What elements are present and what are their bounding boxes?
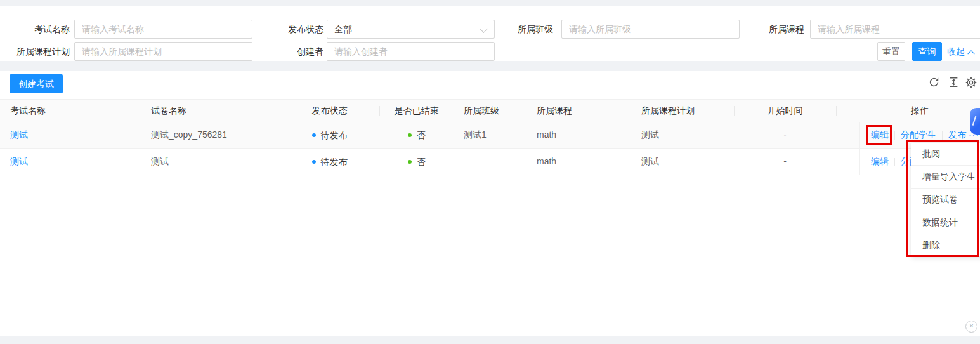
settings-icon[interactable] — [965, 77, 977, 90]
exam-name-input[interactable] — [74, 20, 252, 39]
action-separator — [894, 131, 895, 140]
column-height-icon[interactable] — [948, 77, 959, 89]
edit-link[interactable]: 编辑 — [871, 129, 889, 140]
close-float-button[interactable]: × — [965, 321, 977, 333]
status-dot-green — [408, 160, 412, 164]
cell-is-ended: 否 — [379, 149, 454, 175]
course-plan-label: 所属课程计划 — [0, 42, 70, 61]
exam-name-label: 考试名称 — [0, 20, 70, 39]
status-dot-green — [408, 133, 412, 137]
header-divider — [836, 106, 837, 116]
col-start-time[interactable]: 开始时间 — [734, 100, 836, 122]
cell-paper-name: 测试 — [151, 149, 169, 175]
reset-button[interactable]: 重置 — [877, 42, 905, 61]
col-actions: 操作 — [859, 100, 980, 122]
col-publish-status[interactable]: 发布状态 — [280, 100, 379, 122]
publish-status-label: 发布状态 — [241, 20, 323, 39]
header-divider — [734, 106, 735, 116]
dropdown-item-import-students[interactable]: 增量导入学生 — [911, 166, 980, 189]
publish-status-select[interactable]: 全部 — [327, 20, 495, 39]
table-header: 考试名称 试卷名称 发布状态 是否已结束 所属班级 所属课程 所属课程计划 开始… — [0, 99, 980, 122]
cell-start-time: - — [734, 149, 836, 175]
action-separator — [894, 158, 895, 166]
exam-name-link[interactable]: 测试 — [10, 149, 28, 175]
action-separator — [942, 131, 943, 140]
cell-publish-status: 待发布 — [280, 149, 379, 175]
create-exam-button[interactable]: 创建考试 — [10, 74, 63, 93]
close-icon: × — [969, 322, 973, 329]
cell-start-time: - — [734, 122, 836, 148]
col-class[interactable]: 所属班级 — [464, 100, 499, 122]
col-course[interactable]: 所属课程 — [537, 100, 572, 122]
col-paper-name[interactable]: 试卷名称 — [151, 100, 186, 122]
dropdown-item-review[interactable]: 批阅 — [911, 143, 980, 166]
cell-class: 测试1 — [464, 122, 487, 148]
cell-course: math — [537, 122, 556, 148]
header-divider — [280, 106, 280, 116]
status-dot-blue — [312, 160, 316, 164]
actions-dropdown-menu: 批阅 增量导入学生 预览试卷 数据统计 删除 — [911, 143, 980, 256]
chevron-up-icon — [967, 50, 974, 57]
course-plan-input[interactable] — [74, 42, 252, 61]
class-input[interactable] — [561, 20, 740, 39]
table-row: 测试 测试_copy_756281 待发布 否 测试1 math 测试 - 编辑… — [0, 122, 980, 149]
exam-name-link[interactable]: 测试 — [10, 122, 28, 148]
header-divider — [379, 106, 380, 116]
cell-is-ended: 否 — [379, 122, 454, 149]
table-row: 测试 测试 待发布 否 math 测试 - 编辑分配学生 — [0, 149, 980, 175]
course-label: 所属课程 — [729, 20, 804, 39]
col-exam-name[interactable]: 考试名称 — [10, 100, 46, 122]
cell-course-plan: 测试 — [641, 122, 659, 148]
dropdown-item-preview-paper[interactable]: 预览试卷 — [911, 189, 980, 211]
reload-icon[interactable] — [929, 77, 939, 89]
course-input[interactable] — [810, 20, 980, 39]
col-is-ended[interactable]: 是否已结束 — [379, 100, 454, 122]
class-label: 所属班级 — [476, 20, 553, 39]
publish-link[interactable]: 发布 — [948, 129, 966, 140]
search-button[interactable]: 查询 — [912, 42, 942, 61]
header-divider — [141, 106, 141, 116]
publish-status-value: 全部 — [334, 24, 352, 34]
dropdown-item-delete[interactable]: 删除 — [911, 234, 980, 256]
dropdown-item-data-stats[interactable]: 数据统计 — [911, 211, 980, 234]
creator-label: 创建者 — [241, 42, 323, 61]
cell-course-plan: 测试 — [641, 149, 659, 175]
cell-course: math — [537, 149, 556, 175]
search-form-card: 考试名称 发布状态 全部 所属班级 所属课程 所属课程计划 创建者 重置 查询 … — [0, 6, 980, 61]
collapse-link[interactable]: 收起 — [947, 42, 974, 61]
assign-students-link[interactable]: 分配学生 — [901, 129, 936, 140]
creator-input[interactable] — [327, 42, 495, 61]
collapse-label: 收起 — [947, 46, 965, 56]
side-tab[interactable] — [970, 108, 980, 135]
cell-publish-status: 待发布 — [280, 122, 379, 149]
edit-link[interactable]: 编辑 — [871, 156, 889, 166]
status-dot-blue — [312, 133, 316, 137]
cell-paper-name: 测试_copy_756281 — [151, 122, 227, 148]
col-course-plan[interactable]: 所属课程计划 — [641, 100, 695, 122]
